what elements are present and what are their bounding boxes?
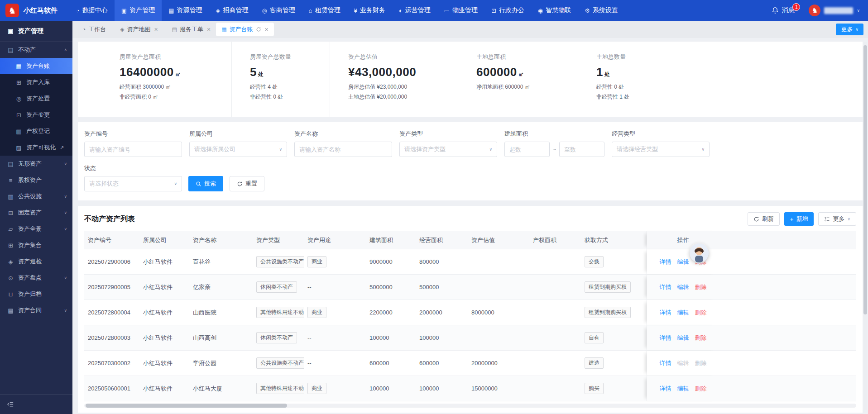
topnav-item-property-management[interactable]: ▭物业管理 <box>437 0 484 21</box>
cell-build-area: 600000 <box>366 351 416 376</box>
cell-biz-area: 800000 <box>416 249 468 274</box>
sidebar-item-intangible-assets[interactable]: ▤无形资产∨ <box>0 156 72 172</box>
tab-workbench[interactable]: ◔工作台 <box>77 23 111 36</box>
action-detail-link[interactable]: 详情 <box>660 309 671 317</box>
refresh-tab-icon[interactable] <box>256 27 261 32</box>
sidebar-item-asset-panorama[interactable]: ▱资产全景∨ <box>0 221 72 237</box>
stat-card-house-count: 房屋资产总数量 5处 经营性 4 处 非经营性 0 处 <box>232 42 330 117</box>
asset-management-icon: ▣ <box>121 7 127 14</box>
property-registration-icon: ▥ <box>15 128 22 135</box>
fixed-assets-icon: ⊟ <box>7 209 14 216</box>
company-select[interactable]: 请选择所属公司∨ <box>189 142 287 157</box>
sidebar-item-asset-archive[interactable]: ⊔资产归档 <box>0 286 72 302</box>
cell-property-area <box>529 376 581 401</box>
sidebar-collapse-button[interactable] <box>7 401 14 408</box>
close-tab-icon[interactable]: × <box>207 26 211 33</box>
sidebar-item-asset-ledger[interactable]: ▦资产台账 <box>0 58 72 74</box>
external-link-icon: ↗ <box>60 145 64 151</box>
sidebar-item-asset-contract[interactable]: ▤资产合同∨ <box>0 302 72 319</box>
chevron-down-icon: ∨ <box>701 147 705 152</box>
action-delete-link[interactable]: 删除 <box>695 334 707 342</box>
sidebar-group-real-estate[interactable]: ▤ 不动产 ∧ <box>0 42 72 58</box>
action-detail-link[interactable]: 详情 <box>660 283 671 291</box>
stat-value: ¥43,000,000 <box>348 65 451 79</box>
topnav-item-investment-management[interactable]: ◈招商管理 <box>209 0 255 21</box>
grid-settings-icon <box>824 216 830 222</box>
sidebar-item-public-facilities[interactable]: ▥公共设施∨ <box>0 188 72 205</box>
search-icon <box>196 181 201 187</box>
cell-build-area: 5000000 <box>366 275 416 300</box>
sidebar-item-asset-inbound[interactable]: ⊞资产入库 <box>0 74 72 90</box>
acquire-tag: 自有 <box>585 332 604 343</box>
user-avatar[interactable]: ♞ <box>809 5 820 16</box>
close-tab-icon[interactable]: × <box>265 26 269 33</box>
sidebar-item-asset-disposal[interactable]: ◎资产处置 <box>0 90 72 107</box>
topnav-item-business-finance[interactable]: ¥业务财务 <box>347 0 392 21</box>
sidebar-item-property-registration[interactable]: ▥产权登记 <box>0 123 72 139</box>
horizontal-scrollbar-thumb[interactable] <box>86 404 287 408</box>
reset-button[interactable]: 重置 <box>230 176 264 191</box>
header-asset-type: 资产类型 <box>253 231 304 249</box>
tab-service-orders[interactable]: ▤服务工单× <box>167 23 216 36</box>
chevron-down-icon: ∨ <box>279 147 282 152</box>
user-name-redacted[interactable] <box>824 7 853 14</box>
stat-value: 16400000㎡ <box>120 65 224 79</box>
action-edit-link[interactable]: 编辑 <box>677 334 689 342</box>
tab-asset-ledger[interactable]: ▦ 资产台账 × <box>216 23 274 36</box>
topnav-item-resource-management[interactable]: ▤资源管理 <box>162 0 209 21</box>
action-edit-link[interactable]: 编辑 <box>677 309 689 317</box>
sidebar-item-equity-assets[interactable]: ≡股权资产 <box>0 172 72 188</box>
sidebar-item-asset-visualization[interactable]: ▨资产可视化↗ <box>0 139 72 156</box>
topnav-item-admin-office[interactable]: ⊡行政办公 <box>484 0 531 21</box>
cell-biz-area: 100000 <box>416 325 468 350</box>
refresh-button[interactable]: 刷新 <box>748 212 780 226</box>
topnav-item-merchant-management[interactable]: ◎客商管理 <box>255 0 302 21</box>
action-detail-link[interactable]: 详情 <box>660 334 671 342</box>
close-tab-icon[interactable]: × <box>154 26 158 33</box>
tab-asset-map[interactable]: ◈资产地图× <box>115 23 163 36</box>
area-from-input[interactable] <box>504 142 550 157</box>
sidebar-item-asset-collection[interactable]: ⊞资产集合 <box>0 237 72 253</box>
action-delete-link[interactable]: 删除 <box>695 309 707 317</box>
stat-label: 资产总估值 <box>348 53 451 61</box>
cell-asset-no: 2025070300002 <box>84 351 139 376</box>
action-edit-link[interactable]: 编辑 <box>677 258 689 266</box>
collapse-caret-icon: ∧ <box>64 48 67 52</box>
topnav-item-lease-management[interactable]: ⌂租赁管理 <box>302 0 347 21</box>
app-logo-icon[interactable]: ♞ <box>5 4 19 17</box>
tab-more-button[interactable]: 更多∨ <box>836 24 863 35</box>
action-delete-link[interactable]: 删除 <box>695 385 707 393</box>
status-select[interactable]: 请选择状态∨ <box>84 176 182 191</box>
sidebar-item-asset-change[interactable]: ⊡资产变更 <box>0 107 72 123</box>
asset-type-select[interactable]: 请选择资产类型∨ <box>399 142 497 157</box>
topnav-item-system-settings[interactable]: ⚙系统设置 <box>578 0 625 21</box>
sidebar-item-asset-inventory[interactable]: ⊙资产盘点∨ <box>0 270 72 286</box>
topnav-item-operations-management[interactable]: ◐运营管理 <box>392 0 437 21</box>
sidebar-item-asset-inspection[interactable]: ◈资产巡检 <box>0 253 72 270</box>
biz-type-select[interactable]: 请选择经营类型∨ <box>612 142 710 157</box>
action-detail-link[interactable]: 详情 <box>660 359 671 367</box>
sidebar-item-fixed-assets[interactable]: ⊟固定资产∨ <box>0 205 72 221</box>
search-button[interactable]: 搜索 <box>188 176 223 191</box>
topnav-item-data-center[interactable]: ◔数据中心 <box>69 0 115 21</box>
intangible-assets-icon: ▤ <box>7 161 14 167</box>
assistant-avatar[interactable] <box>690 243 709 262</box>
action-detail-link[interactable]: 详情 <box>660 385 671 393</box>
add-button[interactable]: + 新增 <box>784 212 814 226</box>
asset-name-input[interactable] <box>294 142 392 157</box>
asset-no-input[interactable] <box>84 142 182 157</box>
topnav-item-asset-management[interactable]: ▣资产管理 <box>115 0 162 21</box>
bell-icon[interactable] <box>772 7 779 14</box>
action-delete-link[interactable]: 删除 <box>695 283 707 291</box>
action-detail-link[interactable]: 详情 <box>660 258 671 266</box>
action-edit-link[interactable]: 编辑 <box>677 283 689 291</box>
topnav-item-smart-iot[interactable]: ◉智慧物联 <box>531 0 578 21</box>
stat-unit: 处 <box>604 71 610 77</box>
action-edit-link[interactable]: 编辑 <box>677 385 689 393</box>
user-menu-caret-icon[interactable]: ∨ <box>857 8 860 13</box>
area-to-input[interactable] <box>559 142 604 157</box>
cell-company: 小红马软件 <box>139 275 189 300</box>
table-more-button[interactable]: 更多 ∨ <box>818 212 856 226</box>
vertical-scrollbar-thumb[interactable] <box>863 45 867 314</box>
header-filler <box>719 231 856 249</box>
